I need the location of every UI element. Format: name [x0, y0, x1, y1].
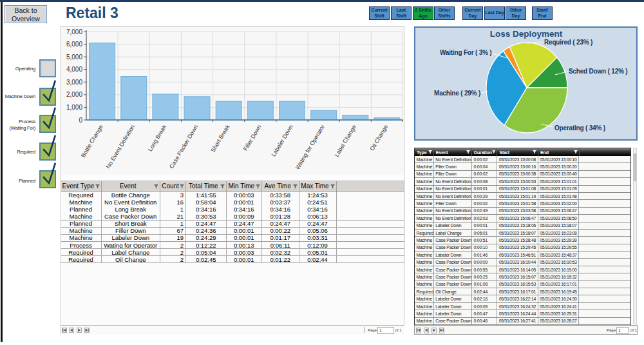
svg-text:Oil Change: Oil Change — [368, 124, 389, 152]
svg-text:7,000: 7,000 — [66, 28, 82, 35]
svg-text:Labeler Down: Labeler Down — [270, 124, 294, 158]
svg-text:Long Break: Long Break — [147, 123, 168, 152]
svg-text:5,000: 5,000 — [66, 54, 82, 61]
svg-text:3,000: 3,000 — [66, 79, 82, 86]
svg-text:Bottle Change: Bottle Change — [80, 124, 104, 159]
svg-text:6,000: 6,000 — [66, 41, 82, 48]
svg-text:0: 0 — [79, 117, 82, 124]
svg-text:Label Change: Label Change — [334, 124, 357, 158]
svg-text:Wating for Operator: Wating for Operator — [294, 124, 326, 171]
svg-text:4,000: 4,000 — [66, 66, 82, 73]
svg-text:Filler Down: Filler Down — [242, 124, 263, 152]
svg-text:2,000: 2,000 — [66, 91, 82, 98]
svg-text:No Event Definition: No Event Definition — [105, 124, 136, 170]
svg-text:Case Packer Down: Case Packer Down — [168, 124, 199, 170]
svg-text:Short Break: Short Break — [209, 123, 231, 153]
svg-text:1,000: 1,000 — [66, 104, 82, 111]
